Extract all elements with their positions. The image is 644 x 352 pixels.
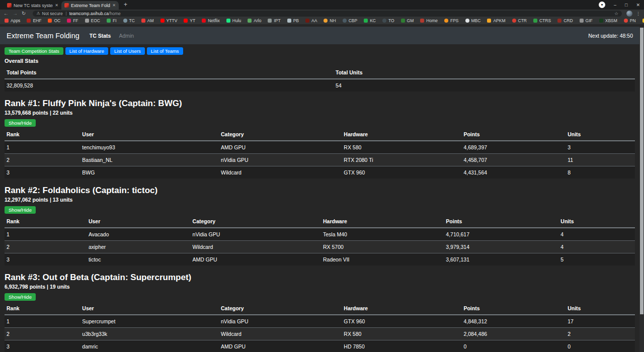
bookmark-item[interactable]: Apps [5,18,20,23]
bookmark-favicon [599,19,603,23]
bookmark-label: IPT [274,18,280,23]
cell-category: AMD GPU [219,340,342,352]
browser-menu-icon[interactable]: ⋮ [636,11,640,16]
site-brand[interactable]: Extreme Team Folding [7,32,79,40]
bookmark-item[interactable]: NH [324,18,336,23]
bookmark-label: APKM [493,18,505,23]
bookmark-item[interactable]: APKM [487,18,505,23]
bookmark-item[interactable]: CTRS [533,18,551,23]
scrollbar-thumb[interactable] [640,28,643,314]
show-hide-button[interactable]: Show/Hide [5,206,36,214]
bookmark-item[interactable]: OC [48,18,60,23]
bookmark-item[interactable]: XBSM [599,18,617,23]
bookmark-item[interactable]: GD [642,18,644,23]
bookmark-label: KC [370,18,376,23]
bookmark-item[interactable]: FF [67,18,78,23]
bookmark-star-icon[interactable]: ☆ [614,11,618,16]
bookmark-item[interactable]: CBP [343,18,357,23]
tab-close-icon[interactable]: ✕ [55,3,58,8]
new-tab-button[interactable]: + [124,1,127,8]
list-of-users-button[interactable]: List of Users [110,47,145,55]
bookmark-item[interactable]: TC [123,18,135,23]
bookmark-favicon [85,19,89,23]
bookmark-item[interactable]: IPT [268,18,280,23]
reload-icon[interactable]: ↻ [22,11,26,16]
cell-units: 11 [566,154,635,166]
bookmark-item[interactable]: KC [364,18,376,23]
nav-link-tc-stats[interactable]: TC Stats [90,33,111,39]
bookmark-item[interactable]: Arlo [248,18,261,23]
cell-units: 3 [566,141,635,154]
not-secure-warning-icon[interactable]: ⚠ [36,11,40,16]
col-rank: Rank [5,128,80,141]
cell-units: 8 [566,166,635,179]
bookmark-item[interactable]: CTR [512,18,527,23]
bookmark-item[interactable]: Netflix [202,18,220,23]
list-of-teams-button[interactable]: List of Teams [147,47,183,55]
cell-user: BWG [80,166,219,179]
col-points: Points [461,302,566,315]
col-total-points: Total Points [5,66,334,79]
browser-update-icon[interactable]: ▾ [599,2,605,8]
cell-category: AMD GPU [191,253,321,266]
cell-user: Avacado [87,228,191,241]
bookmark-item[interactable]: FPS [444,18,459,23]
bookmark-item[interactable]: EOC [85,18,100,23]
forward-icon[interactable]: → [13,11,18,16]
bookmark-label: AA [311,18,317,23]
bookmark-item[interactable]: PB [287,18,299,23]
bookmark-item[interactable]: GM [401,18,414,23]
bookmark-item[interactable]: PN [624,18,636,23]
show-hide-button[interactable]: Show/Hide [5,293,36,301]
bookmark-favicon [107,19,111,23]
bookmark-item[interactable]: CRD [557,18,573,23]
bookmark-label: EOC [91,18,100,23]
bookmark-item[interactable]: YT [184,18,195,23]
bookmark-favicon [67,19,71,23]
cell-category: Wildcard [219,328,342,340]
team-table: Rank User Category Hardware Points Units… [5,302,635,352]
page-scrollbar[interactable] [639,27,644,352]
site-navbar: Extreme Team Folding TC Stats Admin Next… [0,27,639,44]
cell-points: 4,431,564 [461,166,566,179]
list-of-hardware-button[interactable]: List of Hardware [65,47,108,55]
cell-user: u3b3rg33k [80,328,219,340]
back-icon[interactable]: ← [4,11,9,16]
profile-avatar[interactable] [626,11,632,17]
bookmark-item[interactable]: TO [382,18,394,23]
tab-title: New TC stats system & progress [14,3,53,8]
bookmark-label: MBC [471,18,481,23]
bookmark-label: OC [54,18,60,23]
minimize-button[interactable]: – [614,3,616,8]
browser-tab-inactive[interactable]: New TC stats system & progress ✕ [4,1,61,10]
bookmark-favicon [268,19,272,23]
cell-total-points: 32,809,528 [5,79,334,92]
address-bar[interactable]: ⚠ Not secure teamcomp.axihub.ca /home ☆ [33,11,622,17]
show-hide-button[interactable]: Show/Hide [5,119,36,127]
bookmark-item[interactable]: AM [141,18,154,23]
bookmark-item[interactable]: MBC [465,18,481,23]
nav-link-admin[interactable]: Admin [119,33,134,39]
browser-tab-active[interactable]: Extreme Team Folding ✕ [61,1,119,10]
close-window-button[interactable]: ✕ [636,3,640,8]
bookmark-item[interactable]: Hulu [226,18,241,23]
bookmark-label: GM [407,18,414,23]
bookmark-favicon [642,19,644,23]
table-row: 3 BWG Wildcard GTX 960 4,431,564 8 [5,166,635,179]
col-units: Units [558,215,635,228]
team-competition-stats-button[interactable]: Team Competition Stats [5,47,63,55]
bookmark-item[interactable]: YTTV [160,18,178,23]
bookmark-item[interactable]: EHF [27,18,41,23]
cell-user: Supercrumpet [80,315,219,328]
bookmark-item[interactable]: Home [420,18,438,23]
bookmark-label: NH [330,18,336,23]
cell-rank: 3 [5,166,80,179]
tab-close-icon[interactable]: ✕ [112,3,116,8]
bookmark-item[interactable]: AA [305,18,317,23]
bookmark-favicon [624,19,628,23]
bookmark-favicon [226,19,230,23]
bookmark-item[interactable]: GIF [580,18,593,23]
cell-units: 4 [558,241,635,253]
restore-button[interactable]: □ [625,3,627,8]
bookmark-item[interactable]: FI [107,18,117,23]
